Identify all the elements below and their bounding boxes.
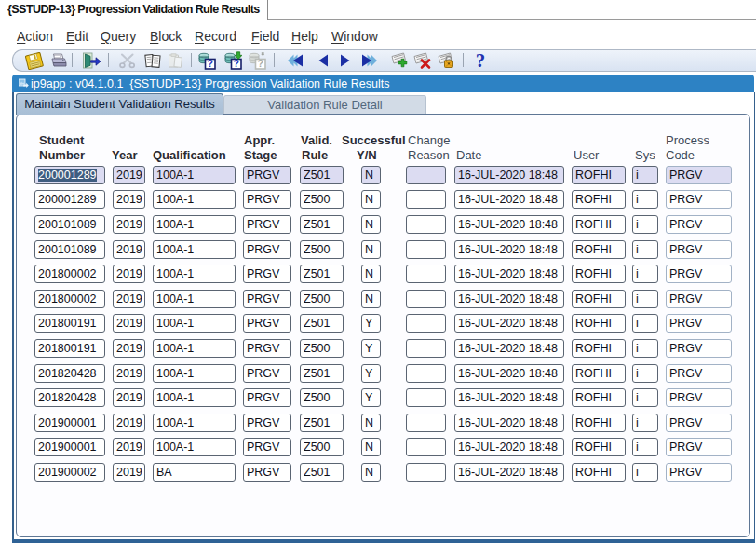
svg-text:?: ?	[476, 50, 486, 71]
svg-text:?: ?	[207, 58, 212, 69]
svg-text:?: ?	[257, 58, 263, 69]
